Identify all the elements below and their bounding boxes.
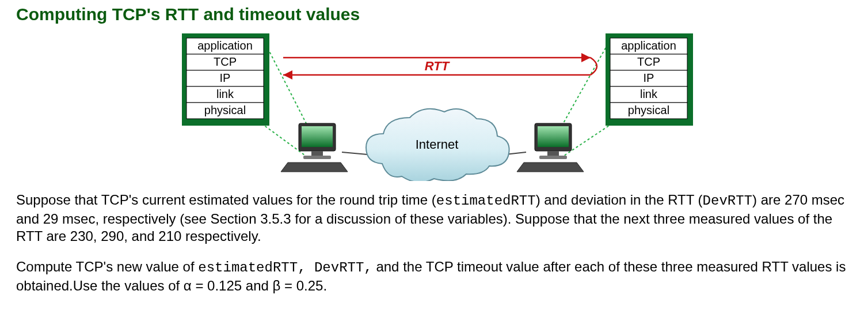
layer-label: TCP bbox=[214, 55, 237, 68]
right-computer-icon bbox=[517, 123, 584, 172]
problem-paragraph-1: Suppose that TCP's current estimated val… bbox=[16, 191, 852, 246]
rtt-label: RTT bbox=[425, 59, 450, 73]
layer-label: link bbox=[216, 88, 234, 100]
text-run: Compute TCP's new value of bbox=[16, 259, 198, 274]
rtt-diagram: application TCP IP link physical applica… bbox=[175, 31, 693, 181]
layer-label: physical bbox=[204, 104, 246, 116]
left-protocol-stack: application TCP IP link physical bbox=[182, 33, 269, 126]
code-estimatedRTT: estimatedRTT bbox=[436, 193, 536, 209]
svg-line-2 bbox=[561, 36, 612, 128]
code-vars: estimatedRTT, DevRTT, bbox=[198, 260, 372, 276]
internet-cloud-icon: Internet bbox=[366, 109, 509, 181]
svg-rect-22 bbox=[311, 151, 323, 156]
internet-label: Internet bbox=[416, 137, 459, 152]
right-protocol-stack: application TCP IP link physical bbox=[606, 33, 693, 126]
page-title: Computing TCP's RTT and timeout values bbox=[16, 5, 852, 24]
layer-label: link bbox=[640, 88, 658, 100]
layer-label: physical bbox=[628, 104, 669, 116]
svg-marker-29 bbox=[517, 163, 584, 172]
rtt-arrow: RTT bbox=[283, 53, 597, 80]
left-computer-icon bbox=[281, 123, 348, 172]
problem-paragraph-2: Compute TCP's new value of estimatedRTT,… bbox=[16, 258, 852, 295]
svg-rect-26 bbox=[538, 126, 569, 147]
svg-rect-28 bbox=[539, 156, 567, 159]
text-run: ) and deviation in the RTT ( bbox=[536, 192, 703, 207]
layer-label: IP bbox=[644, 71, 654, 84]
svg-marker-24 bbox=[281, 163, 348, 172]
layer-label: TCP bbox=[637, 55, 660, 68]
layer-label: application bbox=[197, 39, 253, 52]
svg-rect-27 bbox=[547, 151, 559, 156]
rtt-diagram-svg: application TCP IP link physical applica… bbox=[175, 31, 693, 181]
svg-marker-19 bbox=[283, 70, 292, 80]
layer-label: IP bbox=[220, 71, 231, 84]
svg-marker-17 bbox=[581, 53, 591, 62]
svg-rect-21 bbox=[302, 126, 333, 147]
code-DevRTT: DevRTT bbox=[703, 193, 752, 209]
layer-label: application bbox=[621, 39, 676, 52]
svg-rect-23 bbox=[303, 156, 331, 159]
text-run: Suppose that TCP's current estimated val… bbox=[16, 192, 436, 207]
